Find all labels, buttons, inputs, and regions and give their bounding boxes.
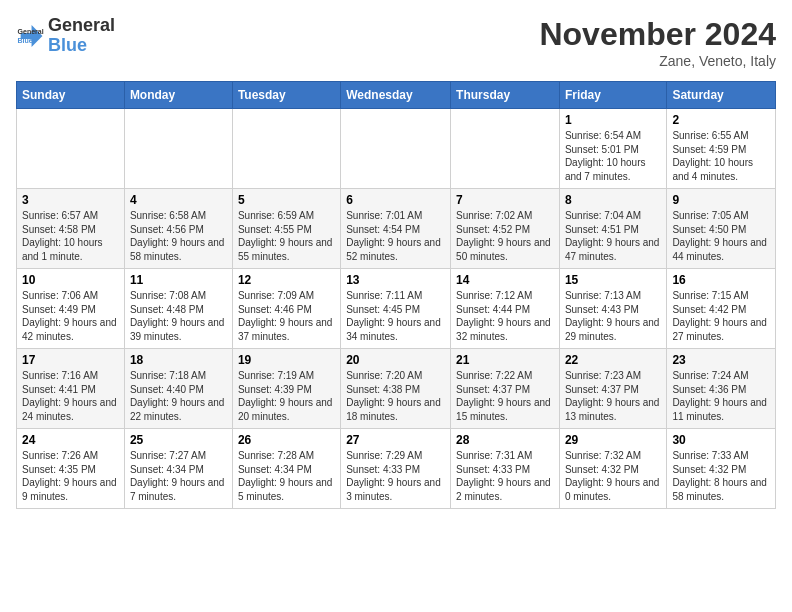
calendar-cell: 17Sunrise: 7:16 AMSunset: 4:41 PMDayligh…: [17, 349, 125, 429]
day-info: Sunrise: 7:20 AMSunset: 4:38 PMDaylight:…: [346, 369, 445, 423]
day-info: Sunrise: 7:18 AMSunset: 4:40 PMDaylight:…: [130, 369, 227, 423]
day-number: 29: [565, 433, 661, 447]
day-info: Sunrise: 7:22 AMSunset: 4:37 PMDaylight:…: [456, 369, 554, 423]
day-info: Sunrise: 7:02 AMSunset: 4:52 PMDaylight:…: [456, 209, 554, 263]
calendar-cell: 23Sunrise: 7:24 AMSunset: 4:36 PMDayligh…: [667, 349, 776, 429]
day-info: Sunrise: 7:27 AMSunset: 4:34 PMDaylight:…: [130, 449, 227, 503]
day-number: 26: [238, 433, 335, 447]
calendar-cell: 4Sunrise: 6:58 AMSunset: 4:56 PMDaylight…: [124, 189, 232, 269]
day-number: 14: [456, 273, 554, 287]
day-number: 17: [22, 353, 119, 367]
calendar-cell: 26Sunrise: 7:28 AMSunset: 4:34 PMDayligh…: [232, 429, 340, 509]
calendar-cell: 14Sunrise: 7:12 AMSunset: 4:44 PMDayligh…: [451, 269, 560, 349]
calendar-cell: 21Sunrise: 7:22 AMSunset: 4:37 PMDayligh…: [451, 349, 560, 429]
day-info: Sunrise: 7:23 AMSunset: 4:37 PMDaylight:…: [565, 369, 661, 423]
day-number: 24: [22, 433, 119, 447]
location: Zane, Veneto, Italy: [539, 53, 776, 69]
calendar-cell: 27Sunrise: 7:29 AMSunset: 4:33 PMDayligh…: [341, 429, 451, 509]
day-info: Sunrise: 7:08 AMSunset: 4:48 PMDaylight:…: [130, 289, 227, 343]
day-number: 12: [238, 273, 335, 287]
calendar-cell: 6Sunrise: 7:01 AMSunset: 4:54 PMDaylight…: [341, 189, 451, 269]
weekday-header-wednesday: Wednesday: [341, 82, 451, 109]
day-number: 22: [565, 353, 661, 367]
logo: General Blue General Blue: [16, 16, 115, 56]
calendar-cell: [341, 109, 451, 189]
day-info: Sunrise: 7:13 AMSunset: 4:43 PMDaylight:…: [565, 289, 661, 343]
svg-text:Blue: Blue: [18, 37, 33, 44]
day-number: 9: [672, 193, 770, 207]
calendar-cell: [17, 109, 125, 189]
calendar-cell: 12Sunrise: 7:09 AMSunset: 4:46 PMDayligh…: [232, 269, 340, 349]
day-number: 30: [672, 433, 770, 447]
logo-text-general: General: [48, 16, 115, 36]
calendar-cell: 2Sunrise: 6:55 AMSunset: 4:59 PMDaylight…: [667, 109, 776, 189]
calendar-cell: 28Sunrise: 7:31 AMSunset: 4:33 PMDayligh…: [451, 429, 560, 509]
day-info: Sunrise: 7:06 AMSunset: 4:49 PMDaylight:…: [22, 289, 119, 343]
calendar-cell: 29Sunrise: 7:32 AMSunset: 4:32 PMDayligh…: [559, 429, 666, 509]
day-number: 23: [672, 353, 770, 367]
calendar-cell: 5Sunrise: 6:59 AMSunset: 4:55 PMDaylight…: [232, 189, 340, 269]
calendar-cell: 22Sunrise: 7:23 AMSunset: 4:37 PMDayligh…: [559, 349, 666, 429]
calendar-cell: [451, 109, 560, 189]
calendar-cell: 1Sunrise: 6:54 AMSunset: 5:01 PMDaylight…: [559, 109, 666, 189]
calendar-cell: 8Sunrise: 7:04 AMSunset: 4:51 PMDaylight…: [559, 189, 666, 269]
day-info: Sunrise: 7:28 AMSunset: 4:34 PMDaylight:…: [238, 449, 335, 503]
day-number: 4: [130, 193, 227, 207]
day-info: Sunrise: 7:32 AMSunset: 4:32 PMDaylight:…: [565, 449, 661, 503]
week-row-5: 24Sunrise: 7:26 AMSunset: 4:35 PMDayligh…: [17, 429, 776, 509]
page-header: General Blue General Blue November 2024 …: [16, 16, 776, 69]
day-number: 28: [456, 433, 554, 447]
day-number: 27: [346, 433, 445, 447]
day-number: 11: [130, 273, 227, 287]
day-number: 19: [238, 353, 335, 367]
logo-icon: General Blue: [16, 22, 44, 50]
svg-text:General: General: [18, 28, 44, 35]
day-number: 15: [565, 273, 661, 287]
day-number: 6: [346, 193, 445, 207]
day-info: Sunrise: 7:31 AMSunset: 4:33 PMDaylight:…: [456, 449, 554, 503]
day-info: Sunrise: 6:57 AMSunset: 4:58 PMDaylight:…: [22, 209, 119, 263]
calendar-cell: [124, 109, 232, 189]
calendar-cell: 7Sunrise: 7:02 AMSunset: 4:52 PMDaylight…: [451, 189, 560, 269]
weekday-header-friday: Friday: [559, 82, 666, 109]
day-info: Sunrise: 7:33 AMSunset: 4:32 PMDaylight:…: [672, 449, 770, 503]
day-number: 20: [346, 353, 445, 367]
calendar-cell: 13Sunrise: 7:11 AMSunset: 4:45 PMDayligh…: [341, 269, 451, 349]
weekday-header-thursday: Thursday: [451, 82, 560, 109]
day-info: Sunrise: 7:19 AMSunset: 4:39 PMDaylight:…: [238, 369, 335, 423]
week-row-2: 3Sunrise: 6:57 AMSunset: 4:58 PMDaylight…: [17, 189, 776, 269]
calendar-cell: 25Sunrise: 7:27 AMSunset: 4:34 PMDayligh…: [124, 429, 232, 509]
day-number: 16: [672, 273, 770, 287]
day-number: 8: [565, 193, 661, 207]
weekday-header-row: SundayMondayTuesdayWednesdayThursdayFrid…: [17, 82, 776, 109]
calendar-cell: 10Sunrise: 7:06 AMSunset: 4:49 PMDayligh…: [17, 269, 125, 349]
day-info: Sunrise: 7:12 AMSunset: 4:44 PMDaylight:…: [456, 289, 554, 343]
day-number: 18: [130, 353, 227, 367]
day-info: Sunrise: 7:05 AMSunset: 4:50 PMDaylight:…: [672, 209, 770, 263]
day-number: 5: [238, 193, 335, 207]
day-number: 1: [565, 113, 661, 127]
day-info: Sunrise: 7:11 AMSunset: 4:45 PMDaylight:…: [346, 289, 445, 343]
day-number: 25: [130, 433, 227, 447]
weekday-header-sunday: Sunday: [17, 82, 125, 109]
calendar-cell: 16Sunrise: 7:15 AMSunset: 4:42 PMDayligh…: [667, 269, 776, 349]
day-info: Sunrise: 6:59 AMSunset: 4:55 PMDaylight:…: [238, 209, 335, 263]
weekday-header-saturday: Saturday: [667, 82, 776, 109]
day-number: 10: [22, 273, 119, 287]
calendar-cell: 19Sunrise: 7:19 AMSunset: 4:39 PMDayligh…: [232, 349, 340, 429]
calendar-body: 1Sunrise: 6:54 AMSunset: 5:01 PMDaylight…: [17, 109, 776, 509]
day-number: 13: [346, 273, 445, 287]
calendar-cell: 3Sunrise: 6:57 AMSunset: 4:58 PMDaylight…: [17, 189, 125, 269]
weekday-header-tuesday: Tuesday: [232, 82, 340, 109]
day-number: 21: [456, 353, 554, 367]
day-info: Sunrise: 6:55 AMSunset: 4:59 PMDaylight:…: [672, 129, 770, 183]
week-row-4: 17Sunrise: 7:16 AMSunset: 4:41 PMDayligh…: [17, 349, 776, 429]
day-info: Sunrise: 7:15 AMSunset: 4:42 PMDaylight:…: [672, 289, 770, 343]
day-info: Sunrise: 7:09 AMSunset: 4:46 PMDaylight:…: [238, 289, 335, 343]
day-number: 3: [22, 193, 119, 207]
day-info: Sunrise: 7:29 AMSunset: 4:33 PMDaylight:…: [346, 449, 445, 503]
day-info: Sunrise: 7:24 AMSunset: 4:36 PMDaylight:…: [672, 369, 770, 423]
calendar-cell: 11Sunrise: 7:08 AMSunset: 4:48 PMDayligh…: [124, 269, 232, 349]
calendar-cell: 30Sunrise: 7:33 AMSunset: 4:32 PMDayligh…: [667, 429, 776, 509]
day-number: 2: [672, 113, 770, 127]
